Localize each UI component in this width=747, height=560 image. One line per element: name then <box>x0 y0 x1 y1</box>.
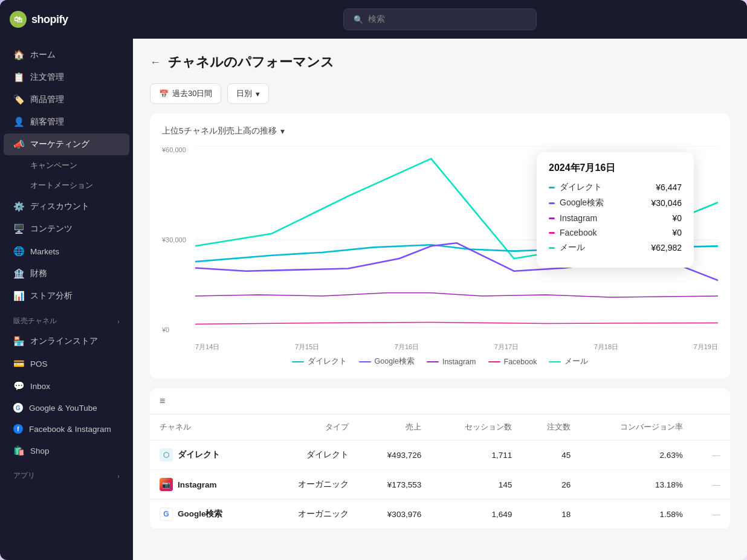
sidebar-item-home[interactable]: 🏠 ホーム <box>4 44 129 66</box>
page-header: ← チャネルのパフォーマンス <box>150 53 730 71</box>
google-icon: G <box>160 507 173 521</box>
back-button[interactable]: ← <box>150 56 161 69</box>
date-range-button[interactable]: 📅 過去30日間 <box>150 83 221 104</box>
chart-title: 上位5チャネル別売上高の推移 <box>162 126 277 137</box>
sidebar-item-markets[interactable]: 🌐 Markets <box>4 240 129 262</box>
performance-table: チャネル タイプ 売上 セッション数 注文数 コンバージョン率 <box>150 414 730 529</box>
sidebar-item-markets-label: Markets <box>30 247 59 256</box>
table-filter-icon[interactable]: ≡ <box>160 396 165 406</box>
col-sales: 売上 <box>358 414 432 440</box>
row-1-orders: 26 <box>522 470 580 500</box>
sidebar-item-campaigns-label: キャンペーン <box>30 160 77 171</box>
legend-label-google: Google検索 <box>375 356 415 367</box>
sidebar-item-products[interactable]: 🏷️ 商品管理 <box>4 89 129 111</box>
legend-instagram: Instagram <box>427 356 476 367</box>
sales-channels-section: 販売チャネル › <box>0 307 133 330</box>
row-1-dash: — <box>693 470 730 500</box>
legend-line-google <box>359 361 371 362</box>
sidebar-item-finance[interactable]: 🏦 財務 <box>4 263 129 285</box>
sidebar-item-online-store-label: オンラインストア <box>30 336 98 347</box>
row-2-channel-name: Google検索 <box>178 509 223 520</box>
tooltip-channel-facebook: Facebook <box>560 228 597 237</box>
sidebar-item-orders-label: 注文管理 <box>30 72 64 83</box>
x-label-jul17: 7月17日 <box>494 343 519 352</box>
sidebar-item-online-store[interactable]: 🏪 オンラインストア <box>4 330 129 352</box>
tooltip-value-email: ¥62,982 <box>651 243 682 253</box>
row-0-dash: — <box>693 440 730 470</box>
sidebar-item-discounts[interactable]: ⚙️ ディスカウント <box>4 196 129 217</box>
sidebar-logo: 🛍 shopify <box>0 0 133 39</box>
apps-arrow: › <box>117 472 120 480</box>
legend-line-email <box>549 361 561 362</box>
tooltip-label-instagram: Instagram <box>549 213 597 223</box>
search-placeholder: 検索 <box>368 14 385 25</box>
instagram-icon: 📷 <box>160 478 173 491</box>
top-bar: 🔍 検索 <box>133 0 747 39</box>
row-2-sales: ¥303,976 <box>358 500 432 529</box>
sidebar-item-inbox[interactable]: 💬 Inbox <box>4 375 129 397</box>
row-0-channel-name: ダイレクト <box>178 449 220 460</box>
granularity-button[interactable]: 日別 ▾ <box>227 83 269 104</box>
x-axis-labels: 7月14日 7月15日 7月16日 7月17日 7月18日 7月19日 <box>195 343 718 352</box>
page-content: ← チャネルのパフォーマンス 📅 過去30日間 日別 ▾ 上位5チャネル別売上高… <box>133 39 747 560</box>
chart-title-row: 上位5チャネル別売上高の推移 ▾ <box>162 126 718 137</box>
facebook-instagram-icon: f <box>13 424 23 434</box>
sidebar-item-pos-label: POS <box>30 359 48 369</box>
row-0-sales: ¥493,726 <box>358 440 432 470</box>
tooltip-row-facebook: Facebook ¥0 <box>549 228 682 237</box>
row-1-channel: 📷 Instagram <box>150 470 262 500</box>
sidebar-item-automation[interactable]: オートメーション <box>4 176 129 195</box>
google-youtube-icon: G <box>13 403 23 413</box>
col-channel: チャネル <box>150 414 262 440</box>
row-0-type: ダイレクト <box>262 440 358 470</box>
legend-label-direct: ダイレクト <box>308 356 347 367</box>
sidebar-item-google-youtube[interactable]: G Google & YouTube <box>4 397 129 418</box>
col-type: タイプ <box>262 414 358 440</box>
sidebar-item-analytics[interactable]: 📊 ストア分析 <box>4 285 129 307</box>
shop-icon: 🛍️ <box>13 445 24 456</box>
products-icon: 🏷️ <box>13 94 24 105</box>
table-row: ⬡ ダイレクト ダイレクト ¥493,726 1,711 45 2.63% — <box>150 440 730 470</box>
search-icon: 🔍 <box>354 15 363 24</box>
row-1-type: オーガニック <box>262 470 358 500</box>
sidebar-item-campaigns[interactable]: キャンペーン <box>4 156 129 175</box>
row-1-sessions: 145 <box>431 470 522 500</box>
x-label-jul15: 7月15日 <box>295 343 319 352</box>
main-content: 🔍 検索 ← チャネルのパフォーマンス 📅 過去30日間 日別 ▾ <box>133 0 747 560</box>
tooltip-row-email: メール ¥62,982 <box>549 242 682 253</box>
row-1-channel-name: Instagram <box>178 480 217 489</box>
chart-area: ¥60,000 ¥30,000 ¥0 <box>162 146 718 352</box>
sidebar-item-discounts-label: ディスカウント <box>30 201 89 212</box>
apps-label: アプリ <box>13 471 35 481</box>
chart-container: 上位5チャネル別売上高の推移 ▾ ¥60,000 ¥30,000 ¥0 <box>150 114 730 379</box>
tooltip-dot-instagram <box>549 217 555 219</box>
chart-tooltip: 2024年7月16日 ダイレクト ¥6,447 Google検索 <box>537 152 694 268</box>
sidebar-item-pos[interactable]: 💳 POS <box>4 353 129 375</box>
row-0-orders: 45 <box>522 440 580 470</box>
search-bar[interactable]: 🔍 検索 <box>343 8 537 30</box>
tooltip-date: 2024年7月16日 <box>549 162 682 175</box>
sidebar-item-marketing[interactable]: 📣 マーケティング <box>4 134 129 155</box>
sidebar-item-orders[interactable]: 📋 注文管理 <box>4 66 129 88</box>
analytics-icon: 📊 <box>13 291 24 301</box>
sidebar-item-home-label: ホーム <box>30 50 56 60</box>
online-store-icon: 🏪 <box>13 336 24 347</box>
tooltip-value-facebook: ¥0 <box>672 228 682 237</box>
sidebar-item-analytics-label: ストア分析 <box>30 291 73 301</box>
y-label-60000: ¥60,000 <box>162 146 186 153</box>
sidebar-item-facebook-instagram[interactable]: f Facebook & Instagram <box>4 419 129 439</box>
sidebar-item-customers[interactable]: 👤 顧客管理 <box>4 111 129 133</box>
home-icon: 🏠 <box>13 50 24 60</box>
channel-cell-direct: ⬡ ダイレクト <box>160 448 253 462</box>
legend-line-instagram <box>427 361 439 362</box>
sidebar-item-shop[interactable]: 🛍️ Shop <box>4 440 129 462</box>
content-icon: 🖥️ <box>13 224 24 234</box>
sidebar-item-content[interactable]: 🖥️ コンテンツ <box>4 218 129 240</box>
sales-channels-label: 販売チャネル <box>13 316 57 326</box>
shopify-logo-text: shopify <box>31 13 68 26</box>
row-0-channel: ⬡ ダイレクト <box>150 440 262 470</box>
y-label-0: ¥0 <box>162 326 186 333</box>
filters-row: 📅 過去30日間 日別 ▾ <box>150 83 730 104</box>
legend-direct: ダイレクト <box>292 356 347 367</box>
tooltip-value-instagram: ¥0 <box>672 213 682 223</box>
